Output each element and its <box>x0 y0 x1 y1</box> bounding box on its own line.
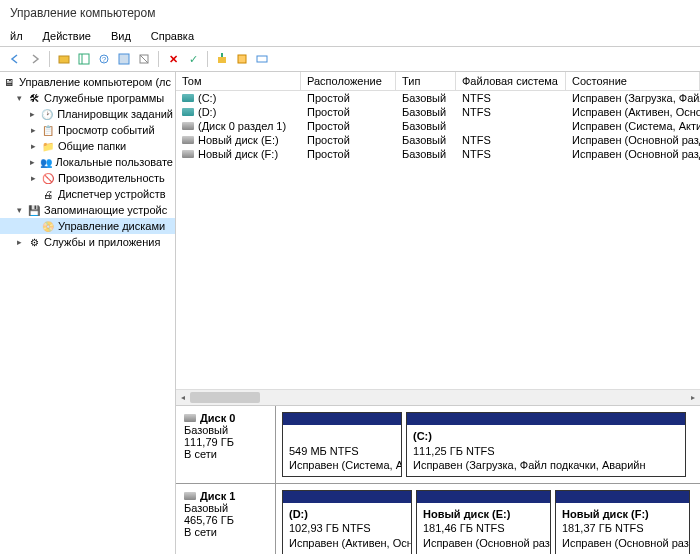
horizontal-scrollbar[interactable]: ◂ ▸ <box>176 389 700 405</box>
tree-performance[interactable]: ▸🚫Производительность <box>0 170 175 186</box>
partition[interactable]: (D:)102,93 ГБ NTFSИсправен (Активен, Осн <box>282 490 412 554</box>
col-type[interactable]: Тип <box>396 72 456 90</box>
tree-disk-management[interactable]: 📀Управление дисками <box>0 218 175 234</box>
disk-icon <box>184 414 196 422</box>
collapse-icon[interactable]: ▾ <box>14 205 24 215</box>
volume-fs: NTFS <box>456 147 566 161</box>
partition-size: 102,93 ГБ NTFS <box>289 521 405 535</box>
partition-size: 181,37 ГБ NTFS <box>562 521 683 535</box>
disk-size: 465,76 ГБ <box>184 514 267 526</box>
action1-icon[interactable] <box>213 50 231 68</box>
expand-icon[interactable]: ▸ <box>28 125 38 135</box>
events-icon: 📋 <box>41 123 55 137</box>
partition[interactable]: 549 МБ NTFSИсправен (Система, Ак <box>282 412 402 477</box>
volume-state: Исправен (Загрузка, Файл подкачки, <box>566 91 700 105</box>
expand-icon[interactable]: ▸ <box>28 109 38 119</box>
separator <box>158 51 159 67</box>
svg-rect-1 <box>79 54 89 64</box>
tree-users[interactable]: ▸👥Локальные пользовате <box>0 154 175 170</box>
nav-tree: 🖥Управление компьютером (лс ▾🛠Служебные … <box>0 72 176 554</box>
volume-type: Базовый <box>396 119 456 133</box>
volume-list: Том Расположение Тип Файловая система Со… <box>176 72 700 161</box>
menu-help[interactable]: Справка <box>147 28 198 44</box>
expand-icon[interactable]: ▸ <box>28 157 37 167</box>
tree-events[interactable]: ▸📋Просмотр событий <box>0 122 175 138</box>
export-icon[interactable] <box>135 50 153 68</box>
partition-state: Исправен (Основной раз, <box>562 536 683 550</box>
window-title: Управление компьютером <box>0 0 700 26</box>
volume-row[interactable]: (Диск 0 раздел 1)ПростойБазовыйИсправен … <box>176 119 700 133</box>
volume-icon <box>182 150 194 158</box>
action2-icon[interactable] <box>233 50 251 68</box>
expand-icon[interactable]: ▸ <box>28 173 38 183</box>
scroll-thumb[interactable] <box>190 392 260 403</box>
col-layout[interactable]: Расположение <box>301 72 396 90</box>
volume-icon <box>182 136 194 144</box>
partition[interactable]: (C:)111,25 ГБ NTFSИсправен (Загрузка, Фа… <box>406 412 686 477</box>
refresh-icon[interactable] <box>115 50 133 68</box>
partition-state: Исправен (Основной раз, <box>423 536 544 550</box>
storage-icon: 💾 <box>27 203 41 217</box>
disk-partitions: (D:)102,93 ГБ NTFSИсправен (Активен, Осн… <box>276 484 700 554</box>
volume-row[interactable]: Новый диск (E:)ПростойБазовыйNTFSИсправе… <box>176 133 700 147</box>
disk-layout-pane: Диск 0Базовый111,79 ГБВ сети 549 МБ NTFS… <box>176 405 700 554</box>
action3-icon[interactable] <box>253 50 271 68</box>
volume-row[interactable]: Новый диск (F:)ПростойБазовыйNTFSИсправе… <box>176 147 700 161</box>
expand-icon[interactable]: ▸ <box>14 237 24 247</box>
partition-header <box>556 491 689 503</box>
forward-icon[interactable] <box>26 50 44 68</box>
expand-icon[interactable]: ▸ <box>28 141 38 151</box>
partition[interactable]: Новый диск (E:)181,46 ГБ NTFSИсправен (О… <box>416 490 551 554</box>
volume-type: Базовый <box>396 133 456 147</box>
tree-root[interactable]: 🖥Управление компьютером (лс <box>0 74 175 90</box>
tree-shared[interactable]: ▸📁Общие папки <box>0 138 175 154</box>
menu-view[interactable]: Вид <box>107 28 135 44</box>
collapse-icon[interactable]: ▾ <box>14 93 24 103</box>
tree-device-manager[interactable]: 🖨Диспетчер устройств <box>0 186 175 202</box>
volume-fs: NTFS <box>456 133 566 147</box>
col-state[interactable]: Состояние <box>566 72 700 90</box>
disk-info[interactable]: Диск 0Базовый111,79 ГБВ сети <box>176 406 276 483</box>
volume-state: Исправен (Основной раздел) <box>566 133 700 147</box>
delete-icon[interactable]: ✕ <box>164 50 182 68</box>
menu-file[interactable]: йл <box>6 28 27 44</box>
volume-row[interactable]: (D:)ПростойБазовыйNTFSИсправен (Активен,… <box>176 105 700 119</box>
col-volume[interactable]: Том <box>176 72 301 90</box>
volume-icon <box>182 122 194 130</box>
show-hide-icon[interactable] <box>75 50 93 68</box>
tree-system-tools[interactable]: ▾🛠Служебные программы <box>0 90 175 106</box>
disk-type: Базовый <box>184 424 267 436</box>
up-icon[interactable] <box>55 50 73 68</box>
col-filesystem[interactable]: Файловая система <box>456 72 566 90</box>
disk-partitions: 549 МБ NTFSИсправен (Система, Ак(C:)111,… <box>276 406 700 483</box>
perf-icon: 🚫 <box>41 171 55 185</box>
partition-header <box>283 491 411 503</box>
tree-storage[interactable]: ▾💾Запоминающие устройс <box>0 202 175 218</box>
users-icon: 👥 <box>40 155 53 169</box>
partition-state: Исправен (Загрузка, Файл подкачки, Авари… <box>413 458 679 472</box>
scroll-left-icon[interactable]: ◂ <box>176 390 190 405</box>
tree-services[interactable]: ▸⚙Службы и приложения <box>0 234 175 250</box>
volume-state: Исправен (Основной раздел) <box>566 147 700 161</box>
partition-header <box>417 491 550 503</box>
properties-icon[interactable]: ? <box>95 50 113 68</box>
volume-icon <box>182 94 194 102</box>
disk-row: Диск 1Базовый465,76 ГБВ сети(D:)102,93 Г… <box>176 484 700 554</box>
tools-icon: 🛠 <box>27 91 41 105</box>
partition[interactable]: Новый диск (F:)181,37 ГБ NTFSИсправен (О… <box>555 490 690 554</box>
back-icon[interactable] <box>6 50 24 68</box>
check-icon[interactable]: ✓ <box>184 50 202 68</box>
partition-header <box>407 413 685 425</box>
volume-layout: Простой <box>301 105 396 119</box>
partition-name: Новый диск (F:) <box>562 507 683 521</box>
volume-fs: NTFS <box>456 91 566 105</box>
disk-info[interactable]: Диск 1Базовый465,76 ГБВ сети <box>176 484 276 554</box>
separator <box>49 51 50 67</box>
volume-row[interactable]: (C:)ПростойБазовыйNTFSИсправен (Загрузка… <box>176 91 700 105</box>
scroll-right-icon[interactable]: ▸ <box>686 390 700 405</box>
device-icon: 🖨 <box>41 187 55 201</box>
volume-layout: Простой <box>301 119 396 133</box>
tree-scheduler[interactable]: ▸🕑Планировщик заданий <box>0 106 175 122</box>
menu-action[interactable]: Действие <box>39 28 95 44</box>
disk-status: В сети <box>184 448 267 460</box>
